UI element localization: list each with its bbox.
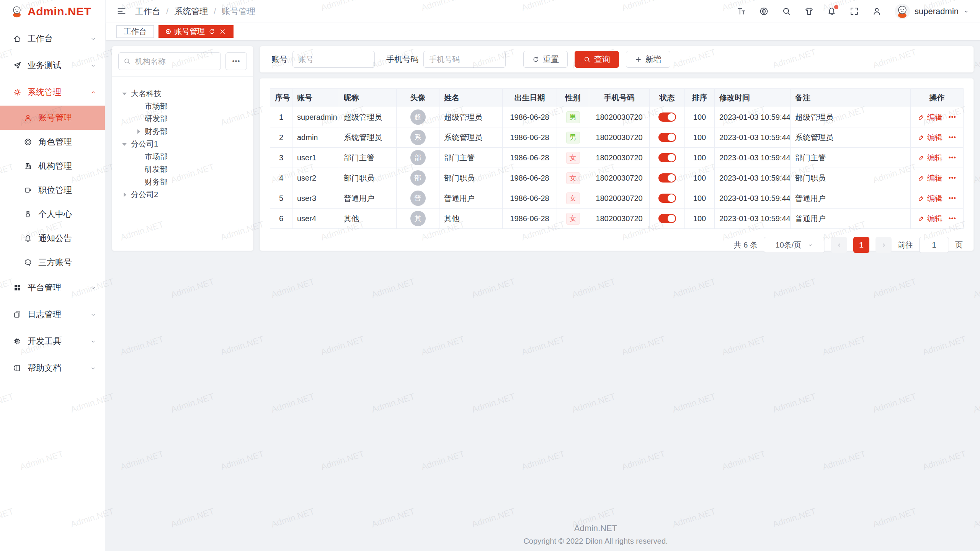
sidebar-item-personal-center[interactable]: 个人中心 xyxy=(0,202,105,226)
column-header: 昵称 xyxy=(339,89,397,107)
avatar: 超 xyxy=(410,109,426,125)
sidebar-item-help-docs[interactable]: 帮助文档 xyxy=(0,355,105,381)
edit-button[interactable]: 编辑 xyxy=(918,112,942,122)
next-page-button[interactable] xyxy=(875,237,892,253)
page-size-select[interactable]: 10条/页 xyxy=(764,237,825,253)
tree-node[interactable]: 大名科技 xyxy=(116,87,249,100)
breadcrumb-item-system-management[interactable]: 系统管理 xyxy=(174,6,208,17)
phone-input[interactable] xyxy=(423,51,506,68)
org-more-button[interactable]: ••• xyxy=(225,52,247,70)
cell-name: 部门职员 xyxy=(439,168,503,188)
search-icon[interactable] xyxy=(782,7,791,16)
more-actions-button[interactable]: ••• xyxy=(949,215,956,222)
language-icon[interactable] xyxy=(759,7,769,16)
current-page-button[interactable]: 1 xyxy=(853,237,869,253)
sidebar-item-account-management[interactable]: 账号管理 xyxy=(0,106,105,130)
cell-index: 2 xyxy=(270,127,292,148)
tab-refresh-icon[interactable] xyxy=(208,28,216,35)
notifications-bell-icon[interactable] xyxy=(827,7,836,16)
sidebar-item-label: 平台管理 xyxy=(28,282,61,293)
cell-actions: 编辑••• xyxy=(911,168,964,188)
caret-right-icon[interactable] xyxy=(122,192,127,197)
cell-account: user1 xyxy=(292,148,339,168)
tree-node[interactable]: 研发部 xyxy=(116,163,249,176)
status-toggle[interactable] xyxy=(658,153,676,162)
status-toggle[interactable] xyxy=(658,112,676,122)
row-actions: 编辑••• xyxy=(915,173,959,183)
tab-close-icon[interactable] xyxy=(219,28,226,35)
cell-nickname: 其他 xyxy=(339,209,397,229)
tree-node[interactable]: 分公司2 xyxy=(116,188,249,201)
row-actions: 编辑••• xyxy=(915,132,959,143)
sidebar-item-business-test[interactable]: 业务测试 xyxy=(0,52,105,79)
status-toggle[interactable] xyxy=(658,194,676,203)
cell-status xyxy=(650,148,685,168)
edit-button[interactable]: 编辑 xyxy=(918,153,942,163)
app-logo[interactable]: Admin.NET xyxy=(0,0,105,23)
page-size-value: 10条/页 xyxy=(776,240,802,250)
more-actions-button[interactable]: ••• xyxy=(949,174,956,181)
tree-node[interactable]: 研发部 xyxy=(116,112,249,125)
caret-down-icon[interactable] xyxy=(122,91,127,96)
edit-button[interactable]: 编辑 xyxy=(918,173,942,183)
more-actions-button[interactable]: ••• xyxy=(949,195,956,202)
status-toggle[interactable] xyxy=(658,173,676,183)
org-search-input[interactable] xyxy=(134,57,216,66)
sidebar-item-dev-tools[interactable]: 开发工具 xyxy=(0,328,105,355)
edit-label: 编辑 xyxy=(927,153,942,163)
sidebar-item-role-management[interactable]: 角色管理 xyxy=(0,130,105,154)
edit-button[interactable]: 编辑 xyxy=(918,132,942,143)
status-toggle[interactable] xyxy=(658,214,676,223)
caret-right-icon[interactable] xyxy=(136,129,141,134)
reset-button[interactable]: 重置 xyxy=(523,51,568,68)
theme-skin-icon[interactable] xyxy=(804,7,814,16)
caret-down-icon[interactable] xyxy=(122,142,127,147)
more-actions-button[interactable]: ••• xyxy=(949,114,956,121)
more-actions-button[interactable]: ••• xyxy=(949,134,956,141)
account-input[interactable] xyxy=(292,51,375,68)
tab-account-management[interactable]: 账号管理 xyxy=(158,25,234,38)
cell-avatar: 普 xyxy=(397,188,439,209)
sidebar-item-label: 个人中心 xyxy=(38,209,72,220)
sidebar-item-platform-management[interactable]: 平台管理 xyxy=(0,274,105,301)
bell-icon xyxy=(24,234,32,243)
sidebar-item-notice[interactable]: 通知公告 xyxy=(0,226,105,250)
cell-remark: 部门主管 xyxy=(791,148,911,168)
chevron-down-icon xyxy=(90,338,96,345)
tree-node[interactable]: 财务部 xyxy=(116,176,249,188)
sidebar-item-third-party-account[interactable]: 三方账号 xyxy=(0,250,105,274)
goto-page-input[interactable] xyxy=(919,237,949,253)
user-menu[interactable]: superadmin xyxy=(895,4,969,19)
cell-modified: 2023-01-03 10:59:44 xyxy=(715,107,791,127)
query-form: 账号 手机号码 重置 查询 新增 xyxy=(260,46,974,73)
status-toggle[interactable] xyxy=(658,133,676,142)
breadcrumb-item-workbench[interactable]: 工作台 xyxy=(135,6,160,17)
cell-nickname: 部门职员 xyxy=(339,168,397,188)
sidebar-item-position-management[interactable]: 职位管理 xyxy=(0,178,105,202)
sidebar-item-label: 职位管理 xyxy=(38,184,72,196)
collapse-menu-icon[interactable] xyxy=(116,6,127,16)
sidebar-item-log-management[interactable]: 日志管理 xyxy=(0,301,105,328)
prev-page-button[interactable] xyxy=(831,237,847,253)
sidebar-item-system-management[interactable]: 系统管理 xyxy=(0,79,105,106)
font-size-icon[interactable] xyxy=(737,7,746,16)
edit-button[interactable]: 编辑 xyxy=(918,214,942,224)
tree-node[interactable]: 分公司1 xyxy=(116,138,249,150)
tree-node[interactable]: 市场部 xyxy=(116,100,249,112)
tab-workbench[interactable]: 工作台 xyxy=(116,25,154,38)
search-button[interactable]: 查询 xyxy=(575,51,619,68)
tree-node[interactable]: 市场部 xyxy=(116,150,249,163)
fullscreen-icon[interactable] xyxy=(849,7,859,16)
edit-button[interactable]: 编辑 xyxy=(918,193,942,204)
cell-phone: 18020030720 xyxy=(589,209,650,229)
more-actions-button[interactable]: ••• xyxy=(949,154,956,161)
avatar: 其 xyxy=(410,211,426,226)
grid-icon xyxy=(13,284,21,292)
sidebar-item-org-management[interactable]: 机构管理 xyxy=(0,154,105,178)
tree-node[interactable]: 财务部 xyxy=(116,125,249,138)
sidebar-item-workbench[interactable]: 工作台 xyxy=(0,25,105,52)
add-button[interactable]: 新增 xyxy=(626,51,670,68)
footer-copyright: Copyright © 2022 Dilon All rights reserv… xyxy=(211,537,980,546)
tree-node-label: 市场部 xyxy=(145,152,168,162)
profile-icon[interactable] xyxy=(872,7,882,16)
